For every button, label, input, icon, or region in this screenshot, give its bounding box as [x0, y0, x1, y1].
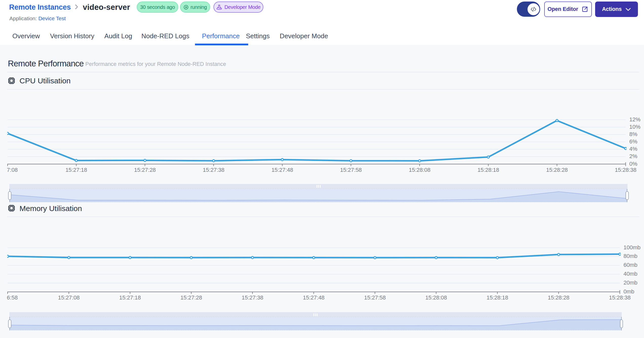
svg-text:2%: 2%: [629, 153, 637, 159]
svg-text:15:27:48: 15:27:48: [271, 167, 293, 173]
svg-text:15:28:28: 15:28:28: [548, 294, 570, 301]
svg-text:15:28:08: 15:28:08: [409, 167, 431, 173]
svg-text:20mb: 20mb: [623, 279, 637, 286]
svg-text:15:28:28: 15:28:28: [546, 167, 568, 173]
svg-text:6:58: 6:58: [7, 294, 18, 301]
svg-text:15:27:18: 15:27:18: [119, 294, 141, 301]
svg-text:15:28:38: 15:28:38: [615, 167, 637, 173]
svg-text:80mb: 80mb: [623, 253, 637, 259]
svg-text:40mb: 40mb: [623, 271, 637, 277]
svg-text:10%: 10%: [629, 124, 640, 130]
svg-text:15:28:18: 15:28:18: [477, 167, 499, 173]
svg-text:6%: 6%: [629, 138, 637, 145]
svg-text:8%: 8%: [629, 131, 637, 137]
svg-text:15:28:08: 15:28:08: [425, 294, 447, 301]
svg-text:15:27:28: 15:27:28: [134, 167, 156, 173]
svg-text:15:27:48: 15:27:48: [303, 294, 325, 301]
svg-text:15:27:08: 15:27:08: [58, 294, 80, 301]
svg-text:15:28:38: 15:28:38: [609, 294, 631, 301]
svg-text:0mb: 0mb: [623, 288, 634, 295]
svg-text:15:28:18: 15:28:18: [486, 294, 508, 301]
svg-text:15:27:28: 15:27:28: [180, 294, 202, 301]
svg-text:15:27:58: 15:27:58: [340, 167, 362, 173]
svg-text:15:27:18: 15:27:18: [65, 167, 87, 173]
svg-text:100mb: 100mb: [623, 244, 640, 251]
svg-text:7:08: 7:08: [7, 167, 18, 173]
svg-text:4%: 4%: [629, 146, 637, 152]
svg-text:0%: 0%: [629, 161, 637, 167]
svg-text:15:27:58: 15:27:58: [364, 294, 386, 301]
svg-text:15:27:38: 15:27:38: [203, 167, 225, 173]
svg-text:12%: 12%: [629, 116, 640, 123]
svg-text:60mb: 60mb: [623, 262, 637, 268]
svg-text:15:27:38: 15:27:38: [242, 294, 263, 301]
